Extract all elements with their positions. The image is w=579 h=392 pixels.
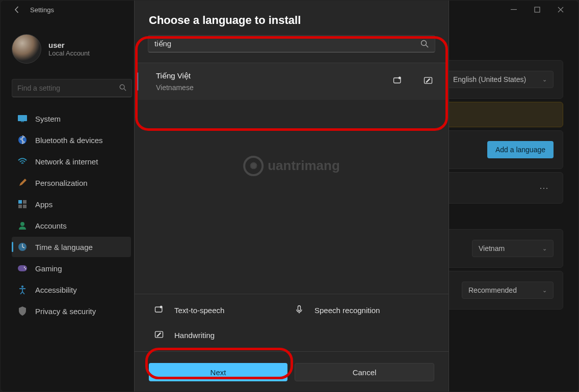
svg-point-18: [399, 77, 401, 79]
search-icon: [420, 40, 429, 48]
tts-icon: [154, 304, 164, 316]
watermark-logo-icon: ✺: [243, 156, 264, 176]
language-english-name: Vietnamese: [156, 83, 194, 92]
cancel-button[interactable]: Cancel: [295, 363, 434, 381]
feature-speech-recognition: Speech recognition: [294, 304, 434, 316]
handwriting-icon: [154, 329, 164, 341]
svg-rect-22: [298, 306, 301, 311]
svg-point-16: [422, 41, 427, 46]
language-result-vietnamese[interactable]: Tiếng Việt Vietnamese: [136, 63, 448, 100]
dialog-search-input[interactable]: [154, 40, 420, 48]
dialog-search[interactable]: [148, 35, 435, 52]
feature-tts: Text-to-speech: [154, 304, 294, 316]
handwriting-icon: [423, 75, 433, 88]
install-language-dialog: Choose a language to install Tiếng Việt …: [134, 1, 449, 392]
dialog-title: Choose a language to install: [135, 1, 449, 35]
tts-icon: [392, 75, 403, 88]
settings-window: Settings user Local Account: [0, 0, 579, 392]
language-results: Tiếng Việt Vietnamese: [136, 63, 448, 100]
next-button[interactable]: Next: [149, 363, 287, 381]
dialog-buttons: Next Cancel: [135, 351, 449, 392]
svg-point-21: [160, 306, 163, 309]
language-native-name: Tiếng Việt: [156, 71, 194, 80]
language-feature-icons: [392, 75, 433, 88]
microphone-icon: [294, 304, 304, 316]
watermark: ✺ uantrimang: [243, 156, 340, 176]
dialog-feature-legend: Text-to-speech Speech recognition Handwr…: [135, 294, 449, 351]
feature-handwriting: Handwriting: [154, 329, 294, 341]
